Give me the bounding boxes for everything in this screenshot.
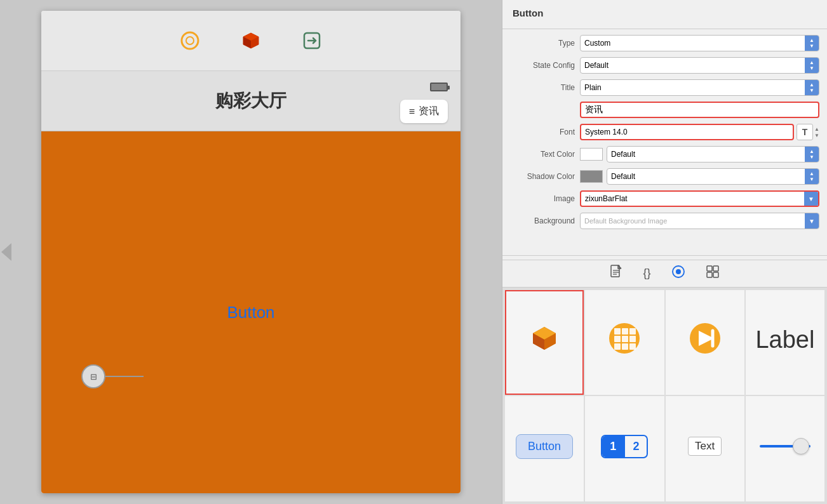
title-dropdown-arrow: ▲ ▼ xyxy=(805,80,819,95)
svg-rect-14 xyxy=(713,266,718,271)
sim-toolbar-icon-3[interactable] xyxy=(300,29,323,52)
ios-button-label[interactable]: Button xyxy=(227,303,274,322)
shadow-color-value: Default xyxy=(607,172,805,181)
simulator-toolbar xyxy=(41,11,461,71)
background-control: Default Background Image ▼ xyxy=(580,213,819,229)
image-value: zixunBarFlat xyxy=(581,194,804,203)
palette-item-slider[interactable] xyxy=(746,396,824,501)
text-color-value: Default xyxy=(607,150,805,159)
title-value: Plain xyxy=(581,83,805,92)
image-label: Image xyxy=(510,194,580,203)
background-value: Default Background Image xyxy=(581,217,805,225)
toolbar-braces-icon[interactable]: {} xyxy=(643,267,650,280)
svg-point-0 xyxy=(182,32,198,49)
palette-item-button[interactable]: Button xyxy=(505,396,584,501)
shadow-color-label: Shadow Color xyxy=(510,172,580,181)
toolbar-circle-dot-icon[interactable] xyxy=(671,265,685,282)
state-config-value: Default xyxy=(581,61,805,70)
svg-rect-15 xyxy=(707,272,712,277)
palette-item-text[interactable]: Text xyxy=(666,396,744,501)
font-label: Font xyxy=(510,128,580,136)
font-control: System 14.0 T ▲ ▼ xyxy=(580,124,819,140)
toolbar-grid-icon[interactable] xyxy=(706,265,720,282)
palette-media-icon xyxy=(689,322,722,357)
background-label: Background xyxy=(510,216,580,225)
font-row: Font System 14.0 T ▲ ▼ xyxy=(510,123,819,141)
palette-item-media[interactable] xyxy=(666,290,744,395)
type-row: Type Custom ▲ ▼ xyxy=(510,34,819,52)
sim-toolbar-icon-2[interactable] xyxy=(239,29,262,52)
background-dropdown-arrow[interactable]: ▼ xyxy=(805,213,819,229)
connection-handle: ⊟ xyxy=(81,364,144,388)
svg-rect-25 xyxy=(614,336,621,342)
image-row: Image zixunBarFlat ▼ xyxy=(510,190,819,208)
palette-item-object[interactable] xyxy=(505,290,584,395)
svg-rect-27 xyxy=(629,336,636,342)
shadow-color-select[interactable]: Default ▲▼ xyxy=(607,168,819,185)
svg-point-12 xyxy=(676,269,681,274)
palette-item-collection[interactable] xyxy=(585,290,664,395)
title-label: Title xyxy=(510,83,580,92)
svg-rect-23 xyxy=(622,328,628,335)
text-color-arrow: ▲▼ xyxy=(805,147,819,162)
palette-collection-icon xyxy=(608,322,641,357)
simulator-panel: 购彩大厅 ≡ 资讯 Button ⊟ xyxy=(0,0,502,504)
state-config-label: State Config xyxy=(510,61,580,70)
state-config-row: State Config Default ▲ ▼ xyxy=(510,56,819,74)
palette-label-icon: Label xyxy=(755,326,814,354)
state-config-select[interactable]: Default ▲ ▼ xyxy=(580,57,819,74)
svg-rect-28 xyxy=(614,343,621,350)
separator xyxy=(502,255,827,256)
type-dropdown-arrow: ▲ ▼ xyxy=(805,36,819,51)
shadow-color-swatch[interactable] xyxy=(580,170,603,183)
title-control: Plain ▲ ▼ xyxy=(580,79,819,96)
palette-item-label[interactable]: Label xyxy=(746,290,824,395)
title-text-control: 资讯 xyxy=(580,102,819,118)
font-input[interactable]: System 14.0 xyxy=(580,124,794,140)
inspector-header: Button xyxy=(502,0,827,29)
image-control: zixunBarFlat ▼ xyxy=(580,190,819,207)
connection-circle[interactable]: ⊟ xyxy=(81,364,105,388)
toolbar-file-icon[interactable] xyxy=(610,265,622,282)
svg-rect-30 xyxy=(629,343,636,350)
palette-button-icon: Button xyxy=(516,434,573,459)
left-connector xyxy=(1,243,11,261)
palette-segmented-icon: 1 2 xyxy=(601,435,648,458)
type-value: Custom xyxy=(581,39,805,48)
title-text-input[interactable]: 资讯 xyxy=(580,102,819,118)
text-color-select[interactable]: Default ▲▼ xyxy=(607,146,819,162)
svg-rect-16 xyxy=(713,272,718,277)
font-stepper-down[interactable]: ▼ xyxy=(814,133,819,138)
palette-object-icon xyxy=(528,322,561,357)
svg-rect-22 xyxy=(614,328,621,335)
type-select[interactable]: Custom ▲ ▼ xyxy=(580,35,819,51)
image-dropdown-arrow[interactable]: ▼ xyxy=(804,192,818,206)
text-color-swatch[interactable] xyxy=(580,148,603,161)
component-palette: Label Button 1 2 Text xyxy=(502,288,827,505)
svg-rect-26 xyxy=(622,336,628,342)
font-value: System 14.0 xyxy=(585,128,628,136)
text-color-row: Text Color Default ▲▼ xyxy=(510,145,819,163)
title-row: Title Plain ▲ ▼ xyxy=(510,79,819,96)
ios-content-area: Button xyxy=(41,131,461,493)
shadow-color-row: Shadow Color Default ▲▼ xyxy=(510,168,819,185)
palette-item-segmented[interactable]: 1 2 xyxy=(585,396,664,501)
title-text-value: 资讯 xyxy=(585,104,603,116)
shadow-color-control: Default ▲▼ xyxy=(580,168,819,185)
inspector-title: Button xyxy=(513,8,817,18)
ios-screen: 购彩大厅 ≡ 资讯 Button xyxy=(41,71,461,493)
connection-line xyxy=(105,376,144,377)
font-stepper-up[interactable]: ▲ xyxy=(814,126,819,132)
text-color-label: Text Color xyxy=(510,150,580,159)
sim-toolbar-icon-1[interactable] xyxy=(178,29,201,52)
svg-rect-13 xyxy=(707,266,712,271)
battery-indicator xyxy=(430,83,448,91)
bottom-toolbar: {} xyxy=(502,260,827,288)
nav-right-button[interactable]: ≡ 资讯 xyxy=(400,100,448,123)
text-color-control: Default ▲▼ xyxy=(580,146,819,162)
font-t-button[interactable]: T xyxy=(797,124,813,140)
background-row: Background Default Background Image ▼ xyxy=(510,212,819,230)
title-select[interactable]: Plain ▲ ▼ xyxy=(580,79,819,96)
type-control: Custom ▲ ▼ xyxy=(580,35,819,51)
svg-rect-24 xyxy=(629,328,636,335)
